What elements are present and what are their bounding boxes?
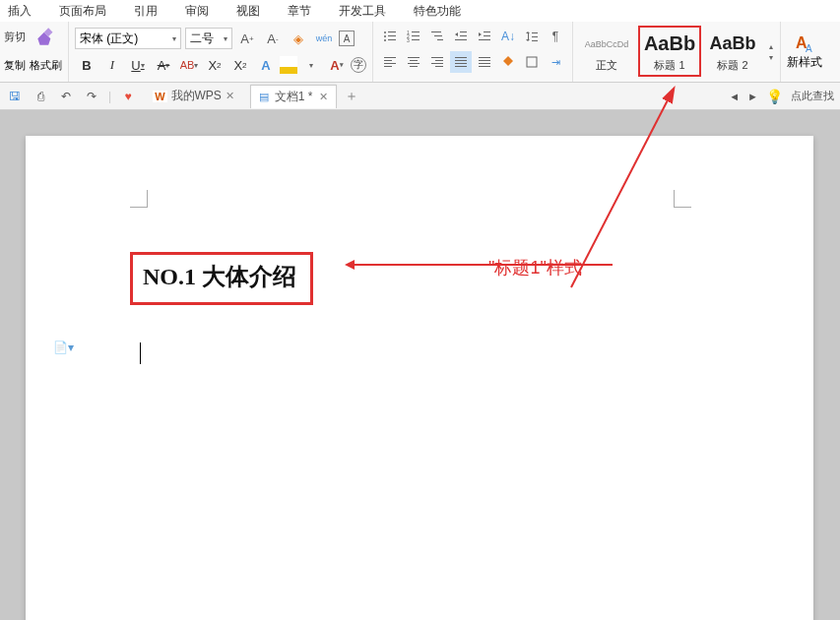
ribbon: 剪切 复制 格式刷 宋体 (正文)▾ 二号▾ A+ A- ◈ wén A B I… (0, 22, 840, 83)
svg-rect-13 (434, 35, 442, 36)
search-tip[interactable]: 点此查找 (791, 89, 834, 103)
close-icon[interactable]: ✕ (226, 90, 234, 102)
svg-rect-18 (484, 31, 490, 32)
shading-button[interactable] (497, 51, 519, 73)
new-style-icon: AA (794, 32, 815, 54)
format-painter-button[interactable]: 格式刷 (30, 58, 62, 73)
svg-text:A: A (806, 43, 812, 54)
redo-button[interactable]: ↷ (83, 88, 100, 105)
superscript-button[interactable]: X2 (203, 53, 226, 77)
subscript-button[interactable]: X2 (228, 53, 252, 77)
margin-marker-tr (674, 190, 691, 208)
mywps-tab[interactable]: W 我的WPS ✕ (145, 86, 242, 107)
svg-rect-17 (455, 39, 467, 40)
quick-bar: 🖫 ⎙ ↶ ↷ | ♥ W 我的WPS ✕ ▤ 文档1 * ✕ ＋ ◄ ► 💡 … (0, 83, 840, 110)
svg-rect-22 (532, 32, 538, 33)
svg-point-2 (384, 35, 386, 37)
char-border-button[interactable]: A (339, 31, 355, 46)
bulb-icon: 💡 (766, 89, 783, 104)
svg-rect-25 (527, 57, 537, 67)
svg-rect-14 (437, 39, 443, 40)
menu-ref[interactable]: 引用 (134, 3, 158, 20)
clear-format-button[interactable]: ◈ (288, 28, 309, 49)
menu-review[interactable]: 审阅 (185, 3, 209, 20)
document-tab[interactable]: ▤ 文档1 * ✕ (250, 85, 337, 108)
italic-button[interactable]: I (100, 53, 124, 77)
align-right-button[interactable] (426, 51, 448, 73)
undo-button[interactable]: ↶ (57, 88, 75, 105)
text-cursor (140, 342, 141, 364)
add-tab-button[interactable]: ＋ (345, 88, 358, 105)
menu-view[interactable]: 视图 (236, 3, 260, 20)
menu-feature[interactable]: 特色功能 (414, 3, 461, 20)
menu-insert[interactable]: 插入 (8, 3, 32, 20)
styles-more-button[interactable]: ▴▾ (764, 26, 778, 78)
phonetic-button[interactable]: wén (313, 28, 335, 49)
style-normal[interactable]: AaBbCcDd 正文 (575, 26, 638, 77)
enclose-char-button[interactable]: 字 (351, 57, 366, 73)
svg-text:3: 3 (407, 37, 410, 43)
nav-fwd-button[interactable]: ► (747, 91, 758, 102)
svg-rect-5 (388, 39, 396, 40)
nav-back-button[interactable]: ◄ (729, 91, 740, 102)
font-color-button[interactable]: A▾ (325, 53, 349, 77)
style-heading1[interactable]: AaBb 标题 1 (638, 26, 701, 77)
justify-button[interactable] (450, 51, 472, 73)
grow-font-button[interactable]: A+ (236, 28, 258, 49)
align-center-button[interactable] (403, 51, 424, 73)
strike-button[interactable]: A▾ (152, 53, 175, 77)
distributed-button[interactable] (474, 51, 495, 73)
menu-layout[interactable]: 页面布局 (59, 3, 106, 20)
style-heading2[interactable]: AaBb 标题 2 (701, 26, 764, 77)
svg-rect-12 (431, 31, 441, 32)
styles-group: AaBbCcDd 正文 AaBb 标题 1 AaBb 标题 2 ▴▾ (573, 22, 781, 82)
heading-text[interactable]: NO.1 大体介绍 (143, 261, 296, 292)
svg-rect-1 (388, 31, 396, 32)
page[interactable]: NO.1 大体介绍 📄▾ (26, 136, 813, 620)
svg-rect-9 (412, 35, 420, 36)
svg-rect-20 (479, 39, 490, 40)
cut-button[interactable]: 剪切 (0, 30, 30, 44)
sort-button[interactable]: A↓ (497, 26, 519, 47)
tabs-button[interactable]: ⇥ (545, 51, 566, 73)
print-button[interactable]: ⎙ (32, 88, 49, 105)
font-group: 宋体 (正文)▾ 二号▾ A+ A- ◈ wén A B I U▾ A▾ AB▾… (69, 22, 373, 82)
format-painter-icon[interactable] (30, 22, 63, 51)
new-style-group[interactable]: AA 新样式 (781, 22, 828, 82)
close-tab-icon[interactable]: ✕ (319, 91, 328, 103)
home-button[interactable]: ♥ (119, 88, 137, 105)
multilevel-button[interactable] (426, 26, 448, 47)
svg-rect-11 (412, 39, 420, 40)
wps-logo-icon: W (153, 91, 166, 102)
doc-icon: ▤ (259, 91, 269, 103)
paste-options-icon[interactable]: 📄▾ (53, 341, 74, 354)
bold-button[interactable]: B (75, 53, 98, 77)
increase-indent-button[interactable] (474, 26, 495, 47)
emphasis-button[interactable]: AB▾ (177, 53, 201, 77)
bullets-button[interactable] (379, 26, 401, 47)
highlight-button[interactable] (280, 56, 297, 74)
line-spacing-button[interactable] (521, 26, 543, 47)
font-size-select[interactable]: 二号▾ (185, 28, 232, 49)
menu-dev[interactable]: 开发工具 (339, 3, 386, 20)
save-button[interactable]: 🖫 (6, 88, 24, 105)
show-marks-button[interactable]: ¶ (545, 26, 566, 47)
new-style-label: 新样式 (787, 54, 822, 71)
svg-rect-19 (484, 35, 490, 36)
char-shading-button[interactable]: ▾ (299, 53, 323, 77)
align-left-button[interactable] (379, 51, 401, 73)
borders-button[interactable] (521, 51, 543, 73)
svg-point-4 (384, 39, 386, 41)
numbering-button[interactable]: 123 (403, 26, 424, 47)
decrease-indent-button[interactable] (450, 26, 472, 47)
svg-rect-16 (460, 35, 467, 36)
menu-section[interactable]: 章节 (288, 3, 311, 20)
shrink-font-button[interactable]: A- (262, 28, 284, 49)
underline-button[interactable]: U▾ (126, 53, 150, 77)
paragraph-group: 123 A↓ ¶ ⇥ (373, 22, 573, 82)
text-effects-button[interactable]: A (254, 53, 278, 77)
svg-rect-15 (460, 31, 467, 32)
svg-rect-7 (412, 31, 420, 32)
font-name-select[interactable]: 宋体 (正文)▾ (75, 28, 181, 49)
copy-button[interactable]: 复制 (4, 58, 26, 73)
